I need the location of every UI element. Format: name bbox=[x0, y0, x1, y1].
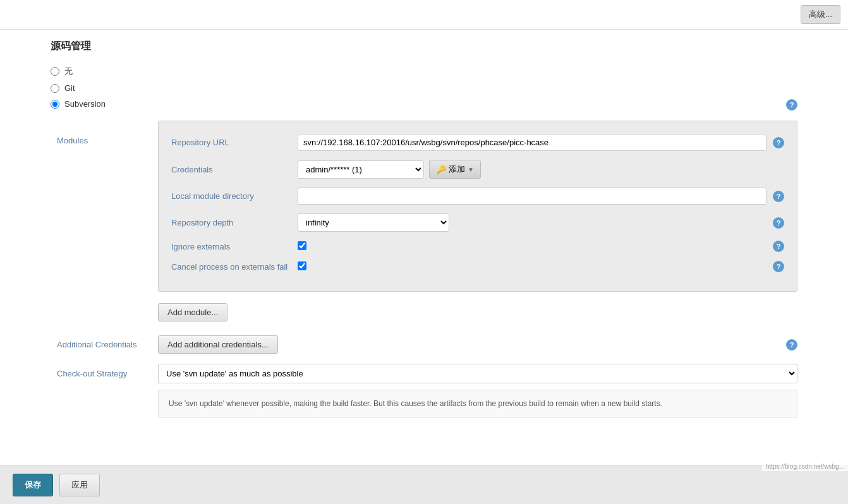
apply-button[interactable]: 应用 bbox=[59, 474, 100, 496]
checkout-strategy-controls: Use 'svn update' as much as possible Alw… bbox=[158, 364, 797, 383]
checkout-strategy-area: Check-out Strategy Use 'svn update' as m… bbox=[57, 364, 797, 383]
subversion-config-area: Modules Repository URL ? Credential bbox=[57, 121, 797, 325]
section-title: 源码管理 bbox=[51, 40, 797, 53]
repo-depth-label: Repository depth bbox=[171, 218, 298, 227]
radio-git-input[interactable] bbox=[51, 84, 59, 93]
advanced-button[interactable]: 高级... bbox=[801, 5, 840, 24]
ignore-externals-help-icon[interactable]: ? bbox=[773, 241, 784, 252]
dropdown-arrow-icon: ▼ bbox=[468, 166, 474, 173]
ignore-externals-controls bbox=[298, 241, 766, 252]
radio-git-label: Git bbox=[64, 83, 75, 93]
add-module-area: Add module... bbox=[158, 299, 797, 321]
action-bar: 保存 应用 bbox=[0, 465, 848, 504]
radio-git[interactable]: Git bbox=[51, 83, 797, 93]
local-dir-row: Local module directory ? bbox=[171, 188, 784, 205]
repo-url-row: Repository URL ? bbox=[171, 134, 784, 151]
repo-url-label: Repository URL bbox=[171, 138, 298, 147]
additional-credentials-col: Additional Credentials bbox=[57, 340, 158, 349]
add-additional-credentials-button[interactable]: Add additional credentials... bbox=[158, 335, 278, 354]
checkout-description: Use 'svn update' whenever possible, maki… bbox=[158, 390, 797, 417]
radio-subversion-input[interactable] bbox=[51, 100, 59, 109]
repo-depth-controls: infinity empty files immediates bbox=[298, 213, 766, 232]
local-dir-label: Local module directory bbox=[171, 191, 298, 201]
save-button[interactable]: 保存 bbox=[13, 474, 53, 496]
page-wrapper: 高级... 源码管理 无 Git Subversion ? bbox=[0, 0, 848, 504]
cancel-process-checkbox[interactable] bbox=[298, 261, 306, 270]
ignore-externals-label: Ignore externals bbox=[171, 242, 298, 251]
additional-credentials-controls: Add additional credentials... bbox=[158, 335, 786, 354]
modules-label: Modules bbox=[57, 136, 88, 145]
radio-none-label: 无 bbox=[64, 66, 73, 77]
module-box: Repository URL ? Credentials admin/*****… bbox=[158, 121, 797, 292]
add-credentials-button[interactable]: 🔑 添加 ▼ bbox=[429, 160, 481, 179]
subversion-help-icon[interactable]: ? bbox=[786, 99, 797, 111]
local-dir-input[interactable] bbox=[298, 188, 766, 205]
repo-url-controls bbox=[298, 134, 766, 151]
radio-none-input[interactable] bbox=[51, 67, 59, 76]
add-module-button[interactable]: Add module... bbox=[158, 303, 227, 321]
credentials-row: Credentials admin/****** (1) 🔑 添加 ▼ bbox=[171, 160, 784, 179]
repo-depth-help-icon[interactable]: ? bbox=[773, 217, 784, 229]
additional-credentials-area: Additional Credentials Add additional cr… bbox=[57, 335, 797, 354]
cancel-process-row: Cancel process on externals fail ? bbox=[171, 261, 784, 272]
checkout-description-area: Use 'svn update' whenever possible, maki… bbox=[158, 390, 797, 417]
cancel-process-label: Cancel process on externals fail bbox=[171, 262, 298, 272]
modules-column: Modules bbox=[57, 121, 158, 325]
top-bar: 高级... bbox=[0, 0, 848, 30]
cancel-process-help-icon[interactable]: ? bbox=[773, 261, 784, 272]
checkout-strategy-label: Check-out Strategy bbox=[57, 369, 127, 378]
ignore-externals-checkbox[interactable] bbox=[298, 241, 306, 250]
cancel-process-controls bbox=[298, 261, 766, 272]
credentials-label: Credentials bbox=[171, 165, 298, 174]
module-area: Repository URL ? Credentials admin/*****… bbox=[158, 121, 797, 325]
watermark: https://blog.csdn.net/wsbg... bbox=[762, 462, 848, 471]
radio-group: 无 Git Subversion ? bbox=[51, 66, 797, 111]
subversion-row: Subversion ? bbox=[51, 99, 797, 111]
add-credentials-label: 添加 bbox=[449, 164, 465, 175]
repo-url-input[interactable] bbox=[298, 134, 766, 151]
radio-subversion[interactable]: Subversion bbox=[51, 99, 106, 109]
additional-credentials-help-icon[interactable]: ? bbox=[786, 339, 797, 351]
additional-credentials-label: Additional Credentials bbox=[57, 340, 136, 349]
repo-url-help-icon[interactable]: ? bbox=[773, 137, 784, 148]
key-icon: 🔑 bbox=[436, 165, 446, 174]
ignore-externals-row: Ignore externals ? bbox=[171, 241, 784, 252]
credentials-select[interactable]: admin/****** (1) bbox=[298, 160, 424, 179]
repo-depth-select[interactable]: infinity empty files immediates bbox=[298, 213, 449, 232]
credentials-controls: admin/****** (1) 🔑 添加 ▼ bbox=[298, 160, 766, 179]
radio-none[interactable]: 无 bbox=[51, 66, 797, 77]
repo-depth-row: Repository depth infinity empty files im… bbox=[171, 213, 784, 232]
local-dir-help-icon[interactable]: ? bbox=[773, 191, 784, 202]
checkout-strategy-select[interactable]: Use 'svn update' as much as possible Alw… bbox=[158, 364, 797, 383]
radio-subversion-label: Subversion bbox=[64, 99, 106, 109]
main-section: 源码管理 无 Git Subversion ? bbox=[0, 30, 848, 504]
local-dir-controls bbox=[298, 188, 766, 205]
checkout-strategy-col: Check-out Strategy bbox=[57, 369, 158, 378]
